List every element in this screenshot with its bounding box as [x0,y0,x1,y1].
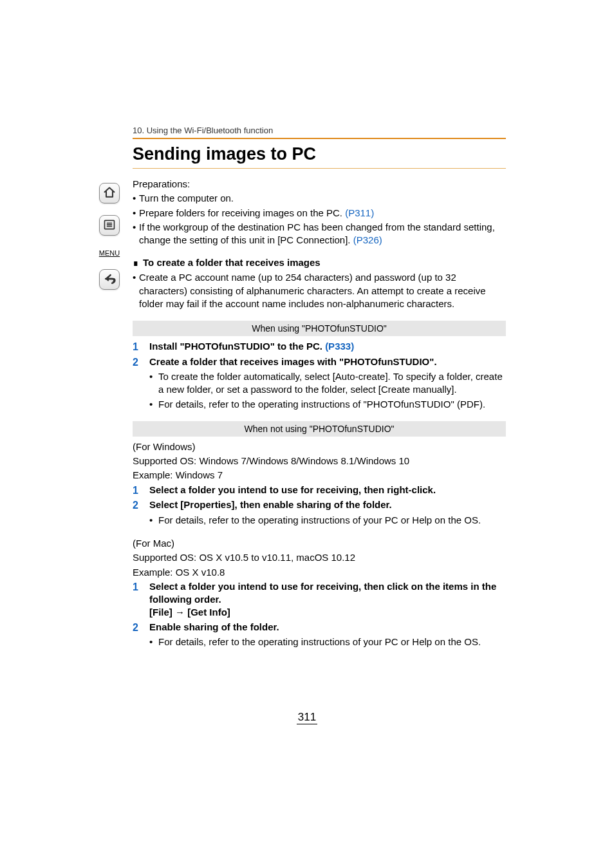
sub-text: For details, refer to the operating inst… [158,636,506,648]
platform-heading: (For Windows) [133,440,506,453]
divider [133,168,506,169]
supported-os: Supported OS: OS X v10.5 to v10.11, macO… [133,551,506,564]
platform-heading: (For Mac) [133,537,506,550]
sub-text: For details, refer to the operating inst… [158,398,506,411]
step-number: 2 [133,621,149,635]
text: Prepare folders for receiving images on … [139,207,345,218]
page-number-text: 311 [297,711,317,724]
menu-path: [File] → [Get Info] [149,606,506,619]
divider [133,138,506,139]
page-ref-link[interactable]: (P311) [345,207,374,218]
page-content: 10. Using the Wi-Fi/Bluetooth function S… [133,126,506,650]
example-label: Example: OS X v10.8 [133,566,506,579]
square-bullet-icon: ∎ [133,257,139,269]
page-title: Sending images to PC [133,144,506,164]
nav-menu-button[interactable]: MENU [98,247,121,258]
prep-text: If the workgroup of the destination PC h… [139,221,506,247]
nav-home-button[interactable] [99,183,120,203]
note-item: • Create a PC account name (up to 254 ch… [133,271,506,310]
step-number: 1 [133,340,149,354]
prep-item: • If the workgroup of the destination PC… [133,221,506,247]
step-number: 1 [133,580,149,619]
step-row: 1 Select a folder you intend to use for … [133,580,506,619]
note-text: Create a PC account name (up to 254 char… [139,271,506,310]
step-text: Create a folder that receives images wit… [149,356,437,367]
prep-text: Turn the computer on. [139,192,506,205]
supported-os: Supported OS: Windows 7/Windows 8/Window… [133,455,506,467]
sub-item: •For details, refer to the operating ins… [149,514,506,527]
nav-toc-button[interactable] [99,215,120,236]
section-bar: When not using "PHOTOfunSTUDIO" [133,421,506,437]
home-icon [103,186,116,201]
step-row: 2 Select [Properties], then enable shari… [133,498,506,513]
sub-text: For details, refer to the operating inst… [158,514,506,527]
sub-item: •For details, refer to the operating ins… [149,636,506,648]
menu-item: [Get Info] [187,607,230,618]
step-text: Select a folder you intend to use for re… [149,484,436,495]
nav-back-button[interactable] [99,269,120,290]
step-number: 1 [133,484,149,498]
side-nav: MENU [98,183,121,290]
text: If the workgroup of the destination PC h… [139,222,495,245]
prep-text: Prepare folders for receiving images on … [139,207,506,220]
arrow-icon: → [175,607,187,618]
step-row: 2 Create a folder that receives images w… [133,355,506,370]
step-row: 2 Enable sharing of the folder. [133,621,506,635]
subsection-heading: ∎ To create a folder that receives image… [133,257,506,269]
page-ref-link[interactable]: (P326) [353,234,382,245]
list-icon [103,218,116,233]
page-number[interactable]: 311 [0,711,614,724]
step-text: Select a folder you intend to use for re… [149,580,506,607]
page-ref-link[interactable]: (P333) [325,341,354,352]
sub-item: •To create the folder automatically, sel… [149,370,506,397]
preparations-label: Preparations: [133,178,506,191]
chapter-label: 10. Using the Wi-Fi/Bluetooth function [133,126,506,135]
sub-text: To create the folder automatically, sele… [158,370,506,397]
sub-item: •For details, refer to the operating ins… [149,398,506,411]
back-arrow-icon [103,272,116,287]
prep-item: • Prepare folders for receiving images o… [133,207,506,220]
section-bar: When using "PHOTOfunSTUDIO" [133,321,506,336]
menu-item: [File] [149,607,172,618]
step-row: 1 Install "PHOTOfunSTUDIO" to the PC. (P… [133,340,506,354]
step-row: 1 Select a folder you intend to use for … [133,484,506,498]
step-text: Enable sharing of the folder. [149,621,279,632]
example-label: Example: Windows 7 [133,469,506,482]
heading-text: To create a folder that receives images [143,257,321,268]
step-text: Select [Properties], then enable sharing… [149,499,392,510]
prep-item: •Turn the computer on. [133,192,506,205]
step-number: 2 [133,355,149,370]
step-text: Install "PHOTOfunSTUDIO" to the PC. [149,341,325,352]
step-number: 2 [133,498,149,513]
